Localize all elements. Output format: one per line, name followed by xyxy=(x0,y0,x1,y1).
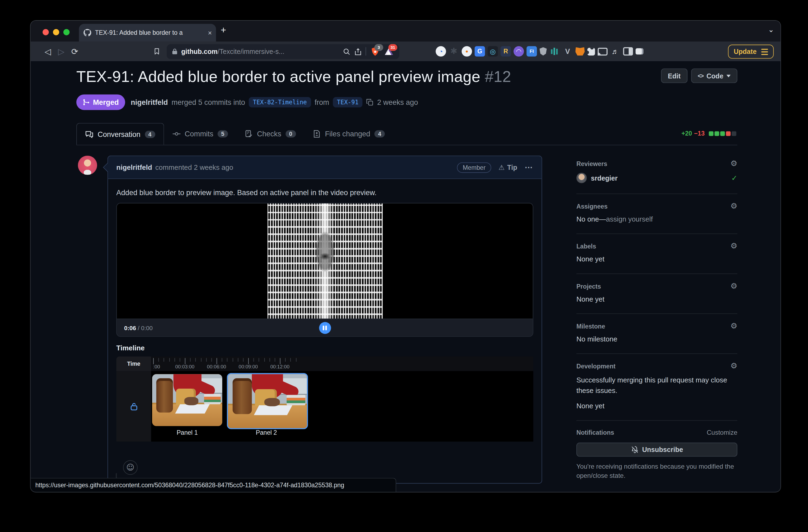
tab-checks[interactable]: Checks 0 xyxy=(236,124,304,144)
browser-tab[interactable]: TEX-91: Added blue border to a × xyxy=(79,24,216,41)
gear-icon[interactable]: ⚙ xyxy=(730,322,737,330)
search-icon[interactable] xyxy=(343,48,351,55)
sidebar-section-development: Development⚙ Successfully merging this p… xyxy=(576,362,737,421)
sidebar-section-reviewers: Reviewers⚙ srdegier ✓ xyxy=(576,160,737,194)
code-button[interactable]: <> Code xyxy=(691,69,737,83)
v-letter-icon[interactable]: V xyxy=(562,46,573,57)
diff-block-del xyxy=(726,131,731,136)
pr-header: TEX-91: Added blue border to active pane… xyxy=(76,66,737,110)
url-bar[interactable]: github.com/Texcite/immersive-s... 3 31 xyxy=(167,44,399,59)
gear-icon[interactable]: ⚙ xyxy=(730,160,737,168)
pr-author-link[interactable]: nigelritfeld xyxy=(131,98,168,107)
gear-icon[interactable]: ⚙ xyxy=(730,242,737,250)
video-controls: 0:06 / 0:00 xyxy=(117,319,533,336)
tip-button[interactable]: ⚠Tip xyxy=(499,164,517,171)
bookmark-icon[interactable] xyxy=(153,47,161,56)
pause-button[interactable] xyxy=(319,322,331,334)
github-pr-page: TEX-91: Added blue border to active pane… xyxy=(31,61,781,492)
wallet-icon[interactable] xyxy=(636,48,643,54)
github-favicon-icon xyxy=(83,28,91,37)
assign-yourself-link[interactable]: assign yourself xyxy=(606,215,653,223)
diff-stats: +20 −13 xyxy=(681,130,736,137)
adblock-triangle-icon[interactable]: 31 xyxy=(384,46,394,57)
minimize-window-button[interactable] xyxy=(53,29,59,35)
share-icon[interactable] xyxy=(354,48,362,55)
lock-track-icon[interactable] xyxy=(130,402,137,411)
music-list-icon[interactable]: ♬ xyxy=(610,46,621,57)
blue-swirl-circle-icon[interactable]: ◔ xyxy=(436,46,446,57)
side-panel-icon[interactable] xyxy=(623,47,633,56)
unsubscribe-button[interactable]: Unsubscribe xyxy=(576,442,737,457)
back-button[interactable]: ◁ xyxy=(41,46,54,56)
timeline-track: Panel 1 Panel 2 xyxy=(151,371,533,442)
customize-link[interactable]: Customize xyxy=(706,429,737,436)
warning-icon: ⚠ xyxy=(499,164,504,171)
purple-swirl-icon[interactable]: ◠ xyxy=(514,46,524,57)
browser-update-button[interactable]: Update xyxy=(728,45,774,59)
video-time: 0:06 / 0:00 xyxy=(124,324,153,331)
atom-icon[interactable]: ◎ xyxy=(488,46,498,57)
diff-block-add xyxy=(714,131,719,136)
teal-bars-icon[interactable] xyxy=(549,46,560,57)
tab-strip-chevron-icon[interactable]: ⌄ xyxy=(768,25,774,34)
close-window-button[interactable] xyxy=(43,29,49,35)
reviewer-name[interactable]: srdegier xyxy=(591,174,618,182)
comment-author-name[interactable]: nigelritfeld xyxy=(116,164,152,171)
diff-block-add xyxy=(720,131,725,136)
commits-count: 5 xyxy=(217,130,228,137)
comment-text: Added blue border to preview image. Base… xyxy=(116,188,533,197)
pr-comment-box: nigelritfeld commented 2 weeks ago Membe… xyxy=(108,156,543,484)
header-actions: Edit <> Code xyxy=(661,69,737,83)
close-tab-icon[interactable]: × xyxy=(208,29,212,37)
comment-author-avatar[interactable] xyxy=(78,156,97,175)
diff-block-add xyxy=(709,131,713,136)
fi-blue-icon[interactable]: FI xyxy=(527,46,537,57)
reviewer-avatar[interactable] xyxy=(576,173,587,183)
copy-branch-icon[interactable] xyxy=(366,99,373,106)
r-arrows-icon[interactable]: R xyxy=(500,46,511,57)
ruler-label: 00:09:00 xyxy=(239,364,258,369)
puzzle-icon[interactable] xyxy=(587,48,595,55)
edit-button[interactable]: Edit xyxy=(661,69,687,83)
panel-2-thumbnail[interactable] xyxy=(227,373,308,429)
timeline-time-label: Time xyxy=(116,357,151,371)
git-merge-icon xyxy=(82,99,90,106)
sidebar-section-notifications: NotificationsCustomize Unsubscribe You'r… xyxy=(576,429,737,491)
tab-commits[interactable]: Commits 5 xyxy=(164,124,236,144)
adblock-badge: 31 xyxy=(388,44,397,51)
zoom-window-button[interactable] xyxy=(63,29,70,35)
comment-menu-button[interactable]: … xyxy=(525,166,533,169)
shield-gray-icon[interactable] xyxy=(539,47,547,56)
sidebar-section-projects: Projects⚙ None yet xyxy=(576,282,737,314)
merge-time: 2 weeks ago xyxy=(377,98,418,107)
brave-shield-icon[interactable]: 3 xyxy=(370,46,380,57)
timeline-ruler[interactable]: :0000:03:0000:06:0000:09:0000:12:00 xyxy=(151,357,533,371)
fox-icon[interactable] xyxy=(575,47,585,56)
translate-icon[interactable]: G xyxy=(475,46,485,57)
cast-icon[interactable] xyxy=(598,48,608,55)
menu-icon[interactable] xyxy=(761,49,768,55)
tab-conversation[interactable]: Conversation 4 xyxy=(76,123,164,145)
head-branch-tag[interactable]: TEX-91 xyxy=(333,97,363,108)
panel-1-thumbnail[interactable] xyxy=(152,374,222,426)
reload-button[interactable]: ⟳ xyxy=(68,46,81,56)
ruler-label: :00 xyxy=(153,364,160,369)
tab-files-changed[interactable]: Files changed 4 xyxy=(304,124,393,144)
orange-dot-circle-icon[interactable]: ● xyxy=(462,46,472,57)
gear-icon[interactable]: ⚙ xyxy=(730,362,737,370)
dark-knot-icon[interactable]: ✱ xyxy=(449,46,459,57)
bell-slash-icon xyxy=(631,446,639,454)
assignees-title: Assignees xyxy=(576,203,608,210)
base-branch-tag[interactable]: TEX-82-Timeline xyxy=(249,97,311,108)
video-screen[interactable] xyxy=(117,204,533,319)
forward-button[interactable]: ▷ xyxy=(54,46,68,56)
new-tab-button[interactable]: + xyxy=(221,25,226,36)
timeline-heading: Timeline xyxy=(116,344,533,352)
gear-icon[interactable]: ⚙ xyxy=(730,203,737,210)
add-reaction-button[interactable]: ☺ xyxy=(123,460,137,475)
url-path: /Texcite/immersive-s... xyxy=(218,48,284,55)
gear-icon[interactable]: ⚙ xyxy=(730,282,737,290)
comment-body: Added blue border to preview image. Base… xyxy=(108,179,541,483)
timeline-lock-cell xyxy=(116,371,151,442)
reviewers-title: Reviewers xyxy=(576,160,607,167)
